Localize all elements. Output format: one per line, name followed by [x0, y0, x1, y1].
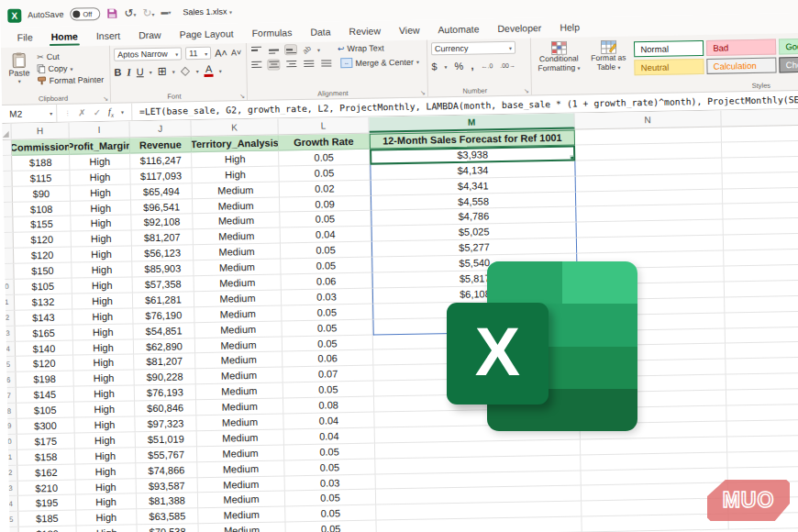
cell[interactable]: Medium	[194, 305, 282, 323]
fill-handle[interactable]	[570, 155, 575, 161]
cell[interactable]	[727, 418, 798, 437]
cell[interactable]	[722, 139, 798, 158]
cell[interactable]	[725, 310, 798, 328]
grow-font-button[interactable]: A˄	[215, 47, 227, 58]
cell[interactable]: $63,585	[137, 509, 198, 526]
row-header[interactable]: 12	[6, 311, 15, 327]
cell[interactable]	[724, 216, 798, 235]
align-top-icon[interactable]	[250, 46, 261, 55]
italic-button[interactable]: I	[127, 66, 131, 77]
row-header[interactable]: 3	[3, 172, 12, 187]
cell[interactable]: Revenue	[130, 137, 192, 153]
cell[interactable]	[724, 263, 798, 282]
more-icon[interactable]: ⋮	[64, 109, 71, 116]
cell[interactable]: High	[72, 277, 133, 294]
tab-insert[interactable]: Insert	[87, 27, 130, 46]
cell[interactable]: High	[73, 339, 134, 356]
row-header[interactable]: 1	[3, 140, 12, 156]
column-header-H[interactable]: H	[11, 123, 69, 139]
cell[interactable]: $93,587	[137, 478, 198, 494]
format-as-table-button[interactable]: Format as Table ▾	[588, 39, 629, 72]
cell[interactable]: $210	[18, 480, 76, 496]
cell[interactable]: $65,494	[131, 183, 193, 200]
cell[interactable]: High	[70, 169, 130, 185]
row-header[interactable]: 22	[8, 465, 17, 481]
tab-file[interactable]: File	[8, 28, 42, 48]
wrap-text-button[interactable]: ↩Wrap Text	[338, 43, 384, 53]
insert-function-icon[interactable]: fx	[108, 105, 114, 118]
cell[interactable]: $155	[13, 216, 71, 233]
cell[interactable]: 0.07	[283, 366, 373, 383]
cell[interactable]	[725, 294, 798, 313]
cell[interactable]: 0.05	[284, 459, 375, 476]
cell[interactable]: $116,247	[130, 152, 192, 169]
cell-style-neutral[interactable]: Neutral	[635, 59, 704, 75]
cell[interactable]: 0.04	[284, 428, 375, 446]
bold-button[interactable]: B	[114, 67, 121, 78]
cell[interactable]: 0.05	[282, 304, 372, 321]
row-header[interactable]: 25	[9, 512, 18, 527]
cell[interactable]	[723, 171, 798, 189]
cell[interactable]: $60,846	[135, 400, 196, 416]
tab-developer[interactable]: Developer	[488, 19, 550, 39]
copy-button[interactable]: Copy▾	[37, 63, 104, 73]
cell[interactable]: Medium	[197, 445, 284, 462]
cell[interactable]: $81,207	[134, 354, 195, 371]
tab-home[interactable]: Home	[42, 28, 88, 47]
cell[interactable]: $56,123	[132, 245, 194, 261]
cell[interactable]	[723, 201, 798, 219]
cell[interactable]: $143	[15, 309, 72, 326]
cell[interactable]: $117,093	[130, 168, 192, 184]
cell[interactable]: 0.06	[283, 350, 373, 368]
number-format-select[interactable]: Currency▾	[431, 41, 515, 56]
cell[interactable]: $188	[12, 155, 70, 172]
cell[interactable]: Medium	[197, 460, 284, 478]
tab-view[interactable]: View	[390, 21, 429, 40]
cell[interactable]: $76,190	[133, 307, 194, 324]
cell[interactable]: $54,851	[133, 323, 194, 339]
cell[interactable]: $158	[17, 449, 75, 465]
cell[interactable]: High	[76, 510, 137, 526]
tab-review[interactable]: Review	[339, 22, 390, 41]
currency-format-icon[interactable]: $	[431, 61, 437, 72]
cell[interactable]: High	[71, 216, 131, 232]
font-dialog-launcher[interactable]: ↘	[239, 93, 245, 100]
cell[interactable]: 0.05	[285, 521, 376, 532]
row-header[interactable]: 2	[3, 156, 12, 172]
cell[interactable]: $105	[17, 403, 74, 419]
name-box[interactable]: M2▾	[2, 105, 57, 123]
cell[interactable]: $162	[17, 464, 75, 481]
cell[interactable]: High	[74, 386, 135, 403]
align-middle-icon[interactable]	[268, 45, 279, 54]
row-header[interactable]: 7	[5, 233, 14, 249]
cell[interactable]: 0.05	[279, 150, 370, 167]
cell[interactable]: High	[192, 150, 279, 168]
cell[interactable]: Medium	[195, 352, 283, 370]
font-color-icon[interactable]: A	[205, 64, 214, 77]
borders-icon[interactable]: ⊞	[158, 65, 167, 78]
row-header[interactable]: 13	[6, 326, 16, 341]
row-header[interactable]: 18	[7, 404, 17, 419]
cell[interactable]: High	[73, 324, 134, 340]
cell[interactable]: High	[72, 247, 132, 263]
cell[interactable]: 0.05	[281, 258, 371, 275]
tab-page-layout[interactable]: Page Layout	[170, 25, 242, 44]
percent-format-icon[interactable]: %	[454, 61, 463, 72]
row-header[interactable]: 20	[8, 435, 17, 450]
column-header-K[interactable]: K	[191, 118, 278, 136]
cell[interactable]: $85,903	[132, 260, 194, 277]
cell-style-check-cell[interactable]: Check Cell	[780, 56, 798, 72]
column-header-N[interactable]: N	[574, 111, 721, 129]
cell[interactable]	[727, 434, 798, 452]
cell[interactable]: Medium	[195, 368, 283, 385]
cell[interactable]: 0.05	[283, 335, 373, 352]
cell[interactable]: High	[76, 494, 137, 511]
cell-style-normal[interactable]: Normal	[634, 40, 704, 57]
cell[interactable]: Medium	[194, 321, 282, 338]
row-header[interactable]: 6	[4, 217, 13, 233]
tab-draw[interactable]: Draw	[129, 27, 171, 46]
cell[interactable]	[726, 340, 798, 359]
underline-button[interactable]: U	[137, 66, 144, 77]
cell[interactable]: $195	[18, 495, 76, 512]
format-painter-button[interactable]: Format Painter	[38, 75, 105, 85]
